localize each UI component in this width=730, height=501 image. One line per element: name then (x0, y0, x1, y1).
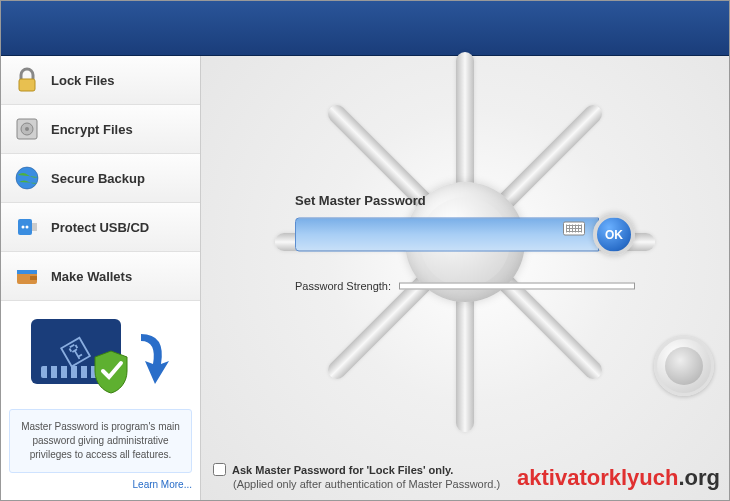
nav-label: Protect USB/CD (51, 220, 149, 235)
promo-text: Master Password is program's main passwo… (9, 409, 192, 473)
ok-button[interactable]: OK (593, 214, 635, 256)
sidebar-item-encrypt-files[interactable]: Encrypt Files (1, 105, 200, 154)
svg-point-9 (26, 226, 29, 229)
nav-label: Encrypt Files (51, 122, 133, 137)
title-bar (1, 1, 729, 56)
sidebar-item-secure-backup[interactable]: Secure Backup (1, 154, 200, 203)
nav-label: Make Wallets (51, 269, 132, 284)
virtual-keyboard-icon[interactable] (563, 222, 585, 236)
svg-rect-12 (30, 276, 37, 280)
arrow-down-icon (131, 329, 171, 400)
globe-icon (13, 164, 41, 192)
shield-check-icon (91, 349, 131, 395)
wallet-icon (13, 262, 41, 290)
password-form: Set Master Password OK Password Strength… (295, 193, 635, 292)
sidebar-item-lock-files[interactable]: Lock Files (1, 56, 200, 105)
strength-meter (399, 282, 635, 289)
combination-dial (654, 336, 714, 396)
svg-point-8 (22, 226, 25, 229)
promo-graphic: ⚿ (31, 319, 171, 399)
usb-icon (13, 213, 41, 241)
svg-rect-7 (32, 223, 37, 231)
ask-password-checkbox[interactable] (213, 463, 226, 476)
sidebar: Lock Files Encrypt Files Secure Backup P… (1, 56, 201, 500)
svg-rect-0 (19, 79, 35, 91)
strength-label: Password Strength: (295, 280, 391, 292)
watermark: aktivatorklyuch.org (517, 465, 720, 491)
sidebar-item-make-wallets[interactable]: Make Wallets (1, 252, 200, 301)
svg-rect-6 (18, 219, 32, 235)
master-password-input[interactable] (295, 218, 599, 252)
nav-label: Lock Files (51, 73, 115, 88)
promo-panel: ⚿ Master Password is program's main pass… (1, 301, 200, 500)
app-window: Lock Files Encrypt Files Secure Backup P… (0, 0, 730, 501)
learn-more-link[interactable]: Learn More... (9, 479, 192, 490)
svg-point-3 (25, 127, 29, 131)
safe-icon (13, 115, 41, 143)
lock-icon (13, 66, 41, 94)
svg-rect-11 (17, 270, 37, 274)
sidebar-item-protect-usb[interactable]: Protect USB/CD (1, 203, 200, 252)
main-panel: Set Master Password OK Password Strength… (201, 56, 729, 500)
form-heading: Set Master Password (295, 193, 635, 208)
nav-label: Secure Backup (51, 171, 145, 186)
